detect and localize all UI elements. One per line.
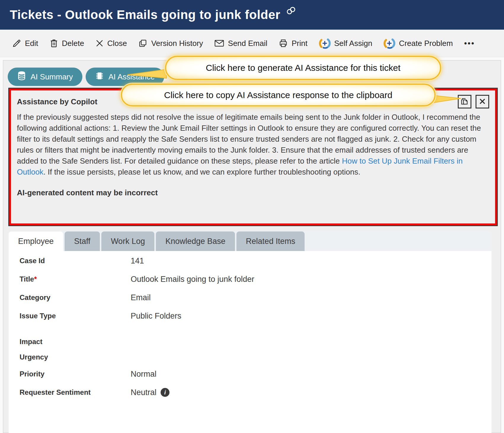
version-history-label: Version History: [151, 39, 203, 48]
field-value: 141: [131, 256, 144, 266]
callout-copy-response: Click here to copy AI Assistance respons…: [121, 84, 436, 106]
pencil-icon: [12, 39, 21, 48]
assistance-title: Assistance by Copilot: [17, 97, 97, 106]
assistance-panel: Assistance by Copilot: [9, 89, 497, 225]
field-requester-sentiment: Requester Sentiment Neutral i: [9, 383, 492, 402]
delete-button[interactable]: Delete: [49, 39, 84, 48]
field-label: Title*: [20, 275, 131, 283]
close-assistance-button[interactable]: [476, 95, 489, 108]
tab-staff[interactable]: Staff: [65, 231, 100, 251]
field-label: Case Id: [20, 257, 131, 265]
tab-work-log[interactable]: Work Log: [101, 231, 154, 251]
field-impact: Impact: [9, 334, 492, 349]
callout-copy-text: Click here to copy AI Assistance respons…: [164, 90, 392, 100]
tab-strip: Employee Staff Work Log Knowledge Base R…: [9, 231, 492, 251]
field-value: Neutral i: [131, 388, 169, 397]
toolbar: Edit Delete Close Version History: [0, 30, 504, 57]
field-label: Issue Type: [20, 312, 131, 320]
create-problem-label: Create Problem: [399, 39, 453, 48]
ai-actions-row: AI Summary AI Assistance: [8, 68, 164, 86]
delete-label: Delete: [62, 39, 84, 48]
field-urgency: Urgency: [9, 349, 492, 365]
edit-label: Edit: [25, 39, 38, 48]
self-assign-button[interactable]: Self Assign: [319, 37, 372, 49]
employee-tab-panel: Case Id 141 Title* Outlook Emails going …: [9, 251, 492, 433]
assistance-actions: [458, 95, 489, 108]
close-icon: [479, 98, 486, 106]
print-button[interactable]: Print: [279, 39, 307, 48]
tab-related-items[interactable]: Related Items: [236, 231, 305, 251]
field-issue-type: Issue Type Public Folders: [9, 307, 492, 325]
field-label: Impact: [20, 338, 131, 346]
close-label: Close: [107, 39, 127, 48]
callout-generate-assistance: Click here to generate AI Assistance for…: [165, 56, 441, 80]
ticket-detail-panel: AI Summary AI Assistance Assistance by C…: [3, 60, 501, 433]
field-category: Category Email: [9, 288, 492, 307]
version-history-button[interactable]: Version History: [138, 39, 203, 48]
form-spacer: [9, 325, 492, 334]
field-value: Normal: [131, 370, 156, 379]
app-circle-icon: [383, 37, 395, 49]
pages-icon: [138, 39, 148, 48]
ai-summary-button[interactable]: AI Summary: [8, 68, 82, 86]
link-icon[interactable]: [286, 5, 296, 17]
copy-response-button[interactable]: [458, 95, 471, 108]
send-email-button[interactable]: Send Email: [214, 39, 267, 48]
database-icon: [17, 71, 26, 83]
send-email-label: Send Email: [228, 39, 267, 48]
info-icon[interactable]: i: [161, 388, 169, 397]
tab-knowledge-base[interactable]: Knowledge Base: [156, 231, 235, 251]
field-priority: Priority Normal: [9, 365, 492, 383]
field-title: Title* Outlook Emails going to junk fold…: [9, 270, 492, 288]
required-mark: *: [34, 275, 37, 283]
page-title: Tickets - Outlook Emails going to junk f…: [10, 8, 280, 22]
field-label: Urgency: [20, 353, 131, 361]
self-assign-label: Self Assign: [334, 39, 372, 48]
title-bar: Tickets - Outlook Emails going to junk f…: [0, 0, 504, 30]
field-label: Priority: [20, 370, 131, 378]
more-actions-button[interactable]: •••: [464, 39, 475, 48]
field-label: Requester Sentiment: [20, 388, 131, 397]
ai-assistance-button[interactable]: AI Assistance: [86, 68, 164, 86]
assistance-text-after: . If the issue persists, please let us k…: [44, 167, 361, 176]
copy-icon: [460, 97, 469, 107]
close-icon: [95, 39, 104, 47]
field-value: Public Folders: [131, 311, 181, 321]
sentiment-value: Neutral: [131, 388, 156, 397]
ai-summary-label: AI Summary: [31, 72, 73, 82]
page: { "header": { "title": "Tickets - Outloo…: [0, 0, 504, 433]
create-problem-button[interactable]: Create Problem: [383, 37, 453, 49]
tab-employee[interactable]: Employee: [9, 231, 63, 251]
field-case-id: Case Id 141: [9, 252, 492, 270]
envelope-icon: [214, 39, 224, 48]
close-button[interactable]: Close: [95, 39, 127, 48]
callout-generate-text: Click here to generate AI Assistance for…: [206, 63, 401, 73]
field-value: Email: [131, 293, 151, 302]
app-circle-icon: [319, 37, 331, 49]
ai-disclaimer: AI-generated content may be incorrect: [17, 188, 489, 197]
printer-icon: [279, 39, 288, 48]
print-label: Print: [292, 39, 307, 48]
chip-icon: [95, 71, 104, 83]
ai-assistance-label: AI Assistance: [108, 72, 155, 82]
assistance-highlight-box: Assistance by Copilot: [8, 88, 498, 226]
field-label: Category: [20, 293, 131, 302]
field-value: Outlook Emails going to junk folder: [131, 275, 254, 284]
trash-icon: [49, 39, 58, 48]
assistance-body: If the previously suggested steps did no…: [17, 112, 489, 178]
edit-button[interactable]: Edit: [12, 39, 38, 48]
